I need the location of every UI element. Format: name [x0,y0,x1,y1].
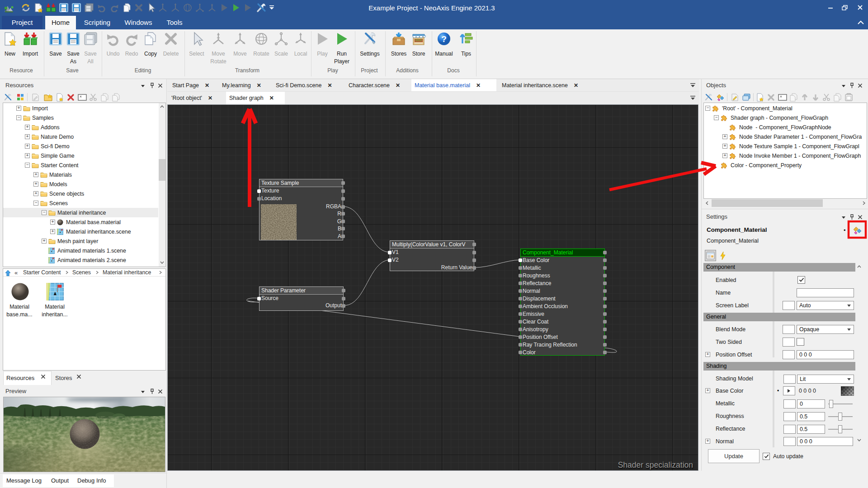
svg-text:?: ? [441,34,447,44]
